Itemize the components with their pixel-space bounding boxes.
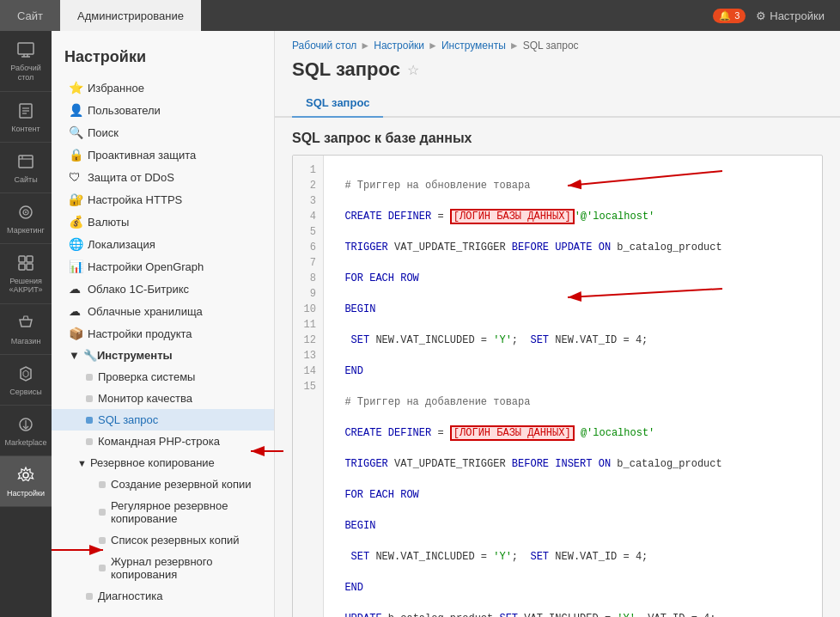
menu-item-sql[interactable]: SQL запрос (52, 409, 274, 431)
menu-item-quality[interactable]: Монитор качества (52, 388, 274, 409)
line-numbers: 12345 678910 1112131415 (293, 156, 324, 617)
menu-item-proactive[interactable]: 🔒 Проактивная защита (52, 144, 274, 166)
breadcrumb-desktop[interactable]: Рабочий стол (292, 40, 356, 52)
page-header: SQL запрос ☆ (275, 55, 840, 89)
svg-rect-14 (19, 256, 25, 262)
sidebar-item-services[interactable]: Сервисы (0, 355, 52, 406)
code-line-2: CREATE DEFINER = [ЛОГИН БАЗЫ ДАННЫХ]'@'l… (332, 209, 813, 224)
menu-item-currency[interactable]: 💰 Валюты (52, 211, 274, 233)
tab-sql[interactable]: SQL запрос (292, 89, 383, 118)
menu-item-localization[interactable]: 🌐 Локализация (52, 233, 274, 255)
bullet-icon (86, 593, 93, 600)
svg-rect-8 (19, 156, 33, 168)
code-line-4: FOR EACH ROW (332, 271, 813, 286)
lock-icon: 🔒 (69, 148, 82, 162)
expand-icon: ▼ (69, 349, 80, 362)
code-line-3: TRIGGER VAT_UPDATE_TRIGGER BEFORE UPDATE… (332, 240, 813, 255)
bullet-icon (99, 565, 106, 571)
menu-item-opengraph[interactable]: 📊 Настройки OpenGraph (52, 255, 274, 278)
menu-section-backup[interactable]: ▼ Резервное копирование (52, 452, 274, 473)
tools-icon: 🔧 (83, 349, 97, 362)
menu-item-favorites[interactable]: ⭐ Избранное (52, 76, 274, 99)
tabs-row: SQL запрос (275, 89, 840, 118)
menu-item-product[interactable]: 📦 Настройки продукта (52, 322, 274, 345)
menu-section-tools[interactable]: ▼ 🔧 Инструменты (52, 345, 274, 366)
top-nav-right: 🔔 3 ⚙ Настройки (713, 0, 840, 31)
sidebar-item-shop[interactable]: Магазин (0, 304, 52, 355)
sidebar-item-sites[interactable]: Сайты (0, 143, 52, 193)
sidebar-item-akrit[interactable]: Решения«АКРИТ» (0, 244, 52, 305)
breadcrumb-sep1: ► (360, 40, 370, 52)
bullet-icon (86, 374, 93, 381)
svg-marker-18 (21, 367, 31, 381)
menu-item-backup-list[interactable]: Список резервных копий (52, 529, 274, 551)
product-icon: 📦 (69, 327, 82, 340)
search-icon: 🔍 (69, 125, 82, 139)
menu-item-cloud1c[interactable]: ☁ Облако 1С-Битрикс (52, 278, 274, 300)
main-layout: Рабочийстол Контент Сайты (0, 31, 840, 617)
tab-site[interactable]: Сайт (0, 0, 60, 31)
menu-item-php[interactable]: Командная PHP-строка (52, 431, 274, 452)
code-line-7: END (332, 363, 813, 379)
svg-rect-15 (27, 256, 33, 262)
bullet-active-icon (86, 417, 93, 424)
breadcrumb-sep3: ► (509, 40, 520, 52)
bullet-icon (99, 481, 106, 488)
bullet-icon (99, 509, 106, 516)
sites-icon (15, 151, 36, 172)
breadcrumb-tools[interactable]: Инструменты (441, 40, 506, 52)
code-line-12: BEGIN (332, 518, 813, 534)
page-title: SQL запрос (292, 58, 400, 81)
favorites-icon: ⭐ (69, 81, 82, 95)
sidebar-item-marketplace[interactable]: Marketplace (0, 406, 52, 456)
settings-nav-btn[interactable]: ⚙ Настройки (749, 6, 831, 26)
menu-item-diagnostics[interactable]: Диагностика (52, 585, 274, 607)
menu-item-https[interactable]: 🔐 Настройка HTTPS (52, 188, 274, 211)
menu-item-cloudstorage[interactable]: ☁ Облачные хранилища (52, 300, 274, 322)
code-line-9: CREATE DEFINER = [ЛОГИН БАЗЫ ДАННЫХ] @'l… (332, 425, 813, 441)
menu-sidebar-title: Настройки (52, 40, 274, 76)
shield-icon: 🛡 (69, 170, 82, 184)
notification-badge[interactable]: 🔔 3 (713, 9, 746, 23)
bullet-icon (99, 537, 106, 544)
svg-rect-0 (18, 43, 33, 54)
sidebar-item-settings[interactable]: Настройки (0, 456, 52, 507)
breadcrumb-settings[interactable]: Настройки (374, 40, 424, 52)
menu-item-ddos[interactable]: 🛡 Защита от DDoS (52, 166, 274, 188)
menu-item-users[interactable]: 👤 Пользователи (52, 99, 274, 121)
sidebar-item-content[interactable]: Контент (0, 92, 52, 143)
akrit-icon (15, 253, 36, 273)
code-area[interactable]: # Триггер на обновление товара CREATE DE… (324, 156, 822, 617)
sql-editor[interactable]: 12345 678910 1112131415 # Триггер на обн… (293, 156, 822, 617)
breadcrumb: Рабочий стол ► Настройки ► Инструменты ►… (275, 31, 840, 55)
menu-sidebar: Настройки ⭐ Избранное 👤 Пользователи 🔍 П… (52, 31, 275, 617)
code-line-15: UPDATE b_catalog_product SET VAT_INCLUDE… (332, 611, 813, 617)
breadcrumb-current: SQL запрос (523, 40, 579, 52)
globe-icon: 🌐 (69, 237, 82, 251)
code-line-6: SET NEW.VAT_INCLUDED = 'Y'; SET NEW.VAT_… (332, 333, 813, 348)
settings-icon (15, 465, 36, 486)
currency-icon: 💰 (69, 215, 82, 229)
code-line-10: TRIGGER VAT_UPDATE_TRIGGER BEFORE INSERT… (332, 456, 813, 472)
menu-item-create-backup[interactable]: Создание резервной копии (52, 473, 274, 495)
svg-rect-17 (27, 264, 33, 270)
sidebar-item-marketing[interactable]: Маркетинг (0, 193, 52, 244)
menu-item-backup-log[interactable]: Журнал резервного копирования (52, 551, 274, 585)
tab-admin[interactable]: Администрирование (60, 0, 201, 31)
marketplace-icon (15, 414, 36, 435)
services-icon (15, 363, 36, 384)
main-content: Рабочий стол ► Настройки ► Инструменты ►… (275, 31, 840, 617)
menu-item-regular-backup[interactable]: Регулярное резервное копирование (52, 495, 274, 529)
menu-item-syscheck[interactable]: Проверка системы (52, 366, 274, 388)
top-navigation: Сайт Администрирование 🔔 3 ⚙ Настройки (0, 0, 840, 31)
bell-icon: 🔔 (719, 10, 731, 21)
favorite-star-icon[interactable]: ☆ (407, 62, 419, 78)
bullet-icon (86, 438, 93, 445)
menu-item-search[interactable]: 🔍 Поиск (52, 121, 274, 144)
svg-point-13 (25, 211, 27, 213)
sidebar-item-desktop[interactable]: Рабочийстол (0, 31, 52, 92)
cloud1c-icon: ☁ (69, 282, 82, 296)
svg-marker-19 (23, 370, 28, 377)
sql-section: SQL запрос к базе данных 12345 678910 11… (275, 118, 840, 617)
sql-section-title: SQL запрос к базе данных (292, 131, 823, 146)
